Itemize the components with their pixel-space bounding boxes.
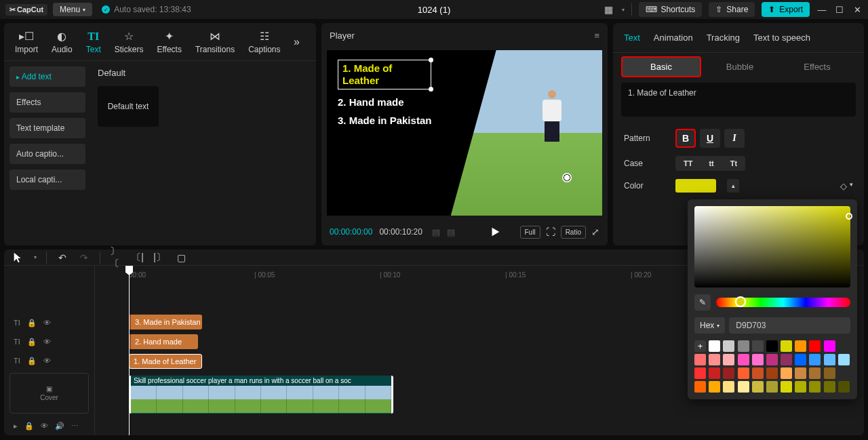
color-swatch-item[interactable] [723, 340, 734, 352]
crop-icon[interactable]: ⛶ [546, 226, 555, 237]
color-swatch-item[interactable] [824, 340, 835, 352]
list-icon-2[interactable]: ▤ [447, 227, 455, 237]
playhead[interactable] [129, 266, 130, 435]
color-swatch-item[interactable] [694, 354, 706, 365]
share-button[interactable]: ⇧Share [709, 2, 755, 17]
saturation-value-area[interactable] [694, 206, 850, 287]
case-lower[interactable]: tt [701, 156, 722, 171]
color-swatch-item[interactable] [723, 367, 734, 379]
tab-stickers[interactable]: ☆Stickers [108, 26, 151, 58]
color-swatch-item[interactable] [795, 367, 806, 379]
undo-button[interactable]: ↶ [56, 252, 68, 264]
color-swatch-item[interactable] [809, 381, 821, 393]
minimize-icon[interactable]: — [816, 4, 827, 15]
export-button[interactable]: ⬆Export [762, 2, 810, 17]
close-icon[interactable]: ✕ [852, 4, 863, 15]
expand-tabs[interactable]: » [288, 31, 307, 53]
trim-left-tool[interactable]: 〔| [132, 252, 144, 264]
text-overlay-1[interactable]: 1. Made ofLeather [338, 60, 431, 89]
text-content-input[interactable]: 1. Made of Leather [621, 83, 856, 117]
hue-cursor[interactable] [735, 296, 746, 307]
color-swatch-item[interactable] [824, 354, 835, 365]
inspector-tab-animation[interactable]: Animation [654, 33, 693, 43]
color-swatch-item[interactable] [738, 354, 749, 365]
full-button[interactable]: Full [520, 226, 540, 239]
play-button[interactable] [489, 226, 501, 238]
text-overlay-3[interactable]: 3. Made in Pakistan [338, 115, 431, 126]
lock-icon[interactable]: 🔒 [27, 319, 37, 327]
color-swatch-item[interactable] [752, 381, 764, 393]
ratio-button[interactable]: Ratio [561, 226, 586, 239]
diamond-icon[interactable]: ◇ [840, 181, 847, 191]
sidebar-template[interactable]: Text template [9, 118, 85, 138]
color-swatch[interactable] [675, 179, 716, 193]
color-swatch-item[interactable] [723, 381, 734, 393]
fullscreen-icon[interactable]: ⤢ [591, 226, 599, 237]
default-text-preset[interactable]: Default text [98, 86, 159, 127]
tab-transitions[interactable]: ⋈Transitions [189, 26, 241, 58]
tab-text[interactable]: TIText [79, 26, 108, 58]
color-swatch-item[interactable] [738, 381, 749, 393]
sidebar-localcaption[interactable]: Local capti... [9, 169, 85, 190]
color-swatch-item[interactable] [781, 354, 792, 365]
color-swatch-item[interactable] [738, 340, 749, 352]
eye-icon[interactable]: 👁 [43, 319, 51, 327]
case-upper[interactable]: TT [675, 156, 701, 171]
color-swatch-item[interactable] [766, 354, 778, 365]
inspector-tab-tracking[interactable]: Tracking [707, 33, 740, 43]
color-swatch-item[interactable] [752, 340, 764, 352]
player-viewport[interactable]: 1. Made ofLeather 2. Hand made 3. Made i… [327, 50, 602, 216]
color-dropdown[interactable]: ▴ [727, 179, 739, 193]
eye-icon[interactable]: 👁 [43, 357, 51, 365]
list-icon-1[interactable]: ▤ [432, 227, 440, 237]
menu-button[interactable]: Menu▾ [53, 3, 92, 16]
pointer-tool[interactable] [12, 252, 24, 264]
underline-button[interactable]: U [700, 129, 720, 148]
subtab-bubble[interactable]: Bubble [701, 58, 778, 76]
text-clip-2[interactable]: 2. Hand made [129, 334, 198, 349]
color-swatch-item[interactable] [824, 367, 835, 379]
redo-button[interactable]: ↷ [78, 252, 90, 264]
color-swatch-item[interactable] [752, 354, 764, 365]
text-clip-1[interactable]: 1. Made of Leather [129, 354, 202, 369]
speaker-icon[interactable]: 🔊 [55, 422, 64, 431]
tab-audio[interactable]: ◐Audio [45, 26, 79, 58]
color-swatch-item[interactable] [781, 340, 792, 352]
maximize-icon[interactable]: ☐ [834, 4, 845, 15]
eyedropper-button[interactable]: ✎ [694, 294, 711, 311]
sidebar-autocaption[interactable]: Auto captio... [9, 144, 85, 164]
color-swatch-item[interactable] [766, 340, 778, 352]
subtab-basic[interactable]: Basic [621, 56, 701, 77]
video-clip[interactable]: Skill professional soccer player a man r… [129, 376, 393, 414]
text-overlay-2[interactable]: 2. Hand made [338, 96, 431, 108]
lock-icon[interactable]: 🔒 [27, 357, 37, 365]
sidebar-addtext[interactable]: Add text [9, 66, 85, 87]
layout-icon[interactable]: ▦ [603, 3, 615, 16]
color-swatch-item[interactable] [809, 340, 821, 352]
color-swatch-item[interactable] [809, 367, 821, 379]
color-swatch-item[interactable] [795, 354, 806, 365]
color-swatch-item[interactable] [766, 381, 778, 393]
color-swatch-item[interactable] [694, 381, 706, 393]
case-title[interactable]: Tt [722, 156, 745, 171]
color-swatch-item[interactable] [709, 340, 720, 352]
sidebar-effects[interactable]: Effects [9, 92, 85, 113]
color-swatch-item[interactable] [781, 367, 792, 379]
color-swatch-item[interactable] [709, 367, 720, 379]
bold-button[interactable]: B [675, 129, 696, 148]
lock-icon[interactable]: 🔒 [24, 422, 34, 431]
split-tool[interactable]: 〕〔 [110, 252, 122, 264]
color-swatch-item[interactable] [766, 367, 778, 379]
crop-tool[interactable]: ▢ [175, 252, 187, 264]
color-swatch-item[interactable] [838, 354, 850, 365]
color-swatch-item[interactable] [738, 367, 749, 379]
tab-captions[interactable]: ☷Captions [241, 26, 287, 58]
chevron-down-icon[interactable]: ▾ [850, 181, 853, 191]
tab-effects[interactable]: ✦Effects [150, 26, 188, 58]
sv-cursor[interactable] [846, 213, 852, 220]
color-swatch-item[interactable] [795, 340, 806, 352]
color-swatch-item[interactable] [838, 381, 850, 393]
color-swatch-item[interactable] [781, 381, 792, 393]
color-swatch-item[interactable] [752, 367, 764, 379]
eye-icon[interactable]: 👁 [41, 422, 48, 430]
